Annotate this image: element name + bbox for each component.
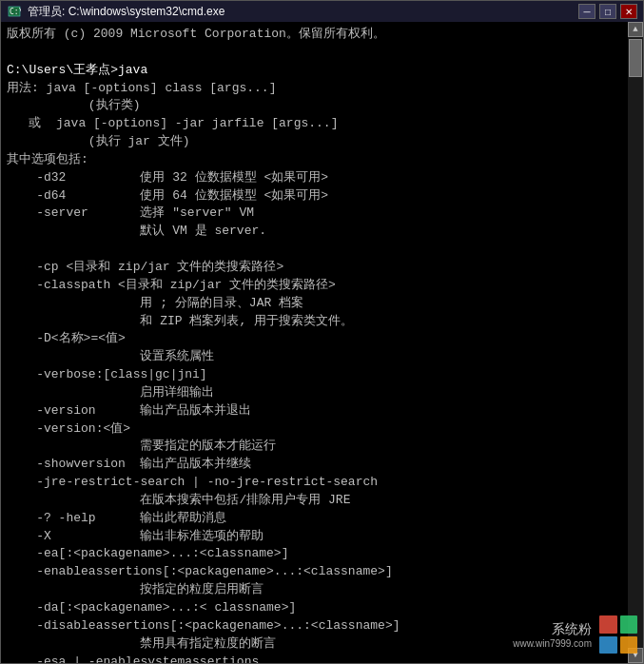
cmd-icon: C:\ — [7, 4, 22, 19]
windows-logo — [599, 615, 637, 654]
logo-red — [599, 615, 617, 634]
terminal-line: -ea[:<packagename>...:<classname>] — [7, 545, 622, 563]
terminal-line: 设置系统属性 — [7, 348, 622, 366]
scrollbar-thumb[interactable] — [629, 39, 642, 77]
brand-label: 系统粉 www.win7999.com — [513, 621, 592, 649]
terminal-line: -? -help 输出此帮助消息 — [7, 510, 622, 528]
terminal-line: -version:<值> — [7, 420, 622, 439]
terminal-line: -X 输出非标准选项的帮助 — [7, 528, 622, 546]
close-button[interactable]: ✕ — [620, 4, 637, 19]
terminal-line: 用法: java [-options] class [args...] — [7, 80, 622, 98]
terminal-line: -cp <目录和 zip/jar 文件的类搜索路径> — [7, 259, 622, 277]
scroll-up-button[interactable]: ▲ — [628, 22, 643, 37]
brand-text: 系统粉 — [552, 621, 592, 638]
terminal-line: 启用详细输出 — [7, 384, 622, 402]
terminal-line: 或 java [-options] -jar jarfile [args...] — [7, 115, 622, 133]
maximize-button[interactable]: □ — [599, 4, 616, 19]
logo-blue — [599, 636, 617, 654]
terminal-line: -server 选择 "server" VM — [7, 205, 622, 223]
terminal-line: 需要指定的版本才能运行 — [7, 438, 622, 456]
terminal-line: -version 输出产品版本并退出 — [7, 402, 622, 420]
minimize-button[interactable]: ─ — [578, 4, 595, 19]
terminal-line: 用 ; 分隔的目录、JAR 档案 — [7, 295, 622, 313]
terminal-line: -jre-restrict-search | -no-jre-restrict-… — [7, 474, 622, 492]
terminal-line: 按指定的粒度启用断言 — [7, 581, 622, 599]
terminal-line: -classpath <目录和 zip/jar 文件的类搜索路径> — [7, 277, 622, 295]
terminal-line: -esa | -enablesystemassertions — [7, 654, 622, 663]
cmd-window: C:\ 管理员: C:\windows\system32\cmd.exe ─ □… — [0, 0, 644, 664]
terminal-line: 其中选项包括: — [7, 151, 622, 169]
terminal-line — [7, 241, 622, 259]
title-bar-left: C:\ 管理员: C:\windows\system32\cmd.exe — [7, 4, 224, 20]
terminal-line: 默认 VM 是 server. — [7, 223, 622, 241]
title-bar: C:\ 管理员: C:\windows\system32\cmd.exe ─ □… — [1, 1, 643, 22]
logo-green — [620, 615, 638, 634]
terminal-line: 在版本搜索中包括/排除用户专用 JRE — [7, 492, 622, 510]
terminal-line — [7, 44, 622, 62]
terminal-line: -enableassertions[:<packagename>...:<cla… — [7, 563, 622, 581]
scrollbar-track — [628, 37, 643, 648]
terminal-line: -d64 使用 64 位数据模型 <如果可用> — [7, 187, 622, 205]
logo-yellow — [620, 636, 638, 654]
terminal-line: (执行 jar 文件) — [7, 133, 622, 151]
terminal-line: -showversion 输出产品版本并继续 — [7, 456, 622, 474]
watermark: 系统粉 www.win7999.com — [513, 615, 637, 654]
terminal-line: 和 ZIP 档案列表, 用于搜索类文件。 — [7, 313, 622, 331]
terminal-output[interactable]: 版权所有 (c) 2009 Microsoft Corporation。保留所有… — [1, 22, 628, 663]
terminal-line: -d32 使用 32 位数据模型 <如果可用> — [7, 169, 622, 187]
title-bar-text: 管理员: C:\windows\system32\cmd.exe — [28, 4, 224, 20]
brand-url: www.win7999.com — [513, 638, 592, 649]
terminal-line: C:\Users\王孝点>java — [7, 62, 622, 80]
terminal-line: -verbose:[class|gc|jni] — [7, 366, 622, 384]
svg-text:C:\: C:\ — [10, 8, 21, 16]
terminal-line: -D<名称>=<值> — [7, 330, 622, 348]
terminal-line: (执行类) — [7, 97, 622, 115]
terminal-line: 版权所有 (c) 2009 Microsoft Corporation。保留所有… — [7, 26, 622, 44]
scrollbar[interactable]: ▲ ▼ — [628, 22, 643, 663]
title-bar-controls: ─ □ ✕ — [578, 4, 637, 19]
content-area: 版权所有 (c) 2009 Microsoft Corporation。保留所有… — [1, 22, 643, 663]
